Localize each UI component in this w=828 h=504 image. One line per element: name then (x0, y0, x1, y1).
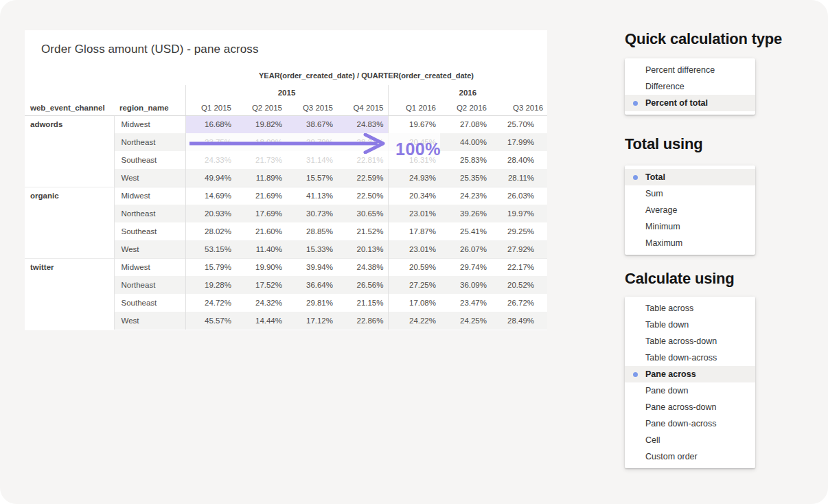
value-cell[interactable]: 24.83% (337, 115, 388, 133)
value-cell[interactable]: 20.59% (388, 258, 440, 276)
value-cell[interactable]: 29.74% (440, 258, 491, 276)
column-header-web-event-channel[interactable]: web_event_channel (25, 100, 114, 115)
value-cell[interactable]: 25.70% (491, 115, 547, 133)
value-cell[interactable]: 17.69% (235, 205, 286, 222)
menu-item-percent-difference[interactable]: Percent difference (625, 62, 755, 78)
quarter-header-q3-2016[interactable]: Q3 2016 (491, 100, 547, 115)
value-cell[interactable]: 53.15% (185, 240, 235, 258)
menu-item-percent-of-total[interactable]: Percent of total (625, 95, 755, 111)
menu-item-table-down-across[interactable]: Table down-across (625, 350, 755, 366)
value-cell[interactable]: 38.67% (286, 115, 337, 133)
value-cell[interactable]: 30.73% (286, 205, 337, 222)
quarter-header-q1-2016[interactable]: Q1 2016 (388, 100, 440, 115)
value-cell[interactable]: 26.56% (337, 276, 388, 294)
value-cell[interactable]: 26.07% (440, 240, 491, 258)
menu-item-pane-down-across[interactable]: Pane down-across (625, 415, 755, 432)
value-cell[interactable]: 21.15% (337, 294, 388, 312)
region-cell-west[interactable]: West (114, 169, 185, 187)
value-cell[interactable]: 25.35% (440, 169, 491, 187)
value-cell[interactable]: 28.49% (491, 312, 547, 330)
value-cell[interactable]: 28.02% (185, 222, 235, 240)
value-cell[interactable]: 27.92% (491, 240, 547, 258)
value-cell[interactable]: 19.90% (235, 258, 286, 276)
region-cell-southeast[interactable]: Southeast (114, 222, 185, 240)
quarter-header-q4-2015[interactable]: Q4 2015 (337, 100, 388, 115)
value-cell[interactable]: 24.33% (185, 151, 235, 169)
menu-item-custom-order[interactable]: Custom order (625, 448, 755, 465)
value-cell[interactable]: 28.40% (491, 151, 547, 169)
value-cell[interactable]: 19.28% (185, 276, 235, 294)
value-cell[interactable]: 20.34% (388, 187, 440, 205)
menu-item-average[interactable]: Average (625, 202, 755, 218)
menu-item-difference[interactable]: Difference (625, 78, 755, 95)
value-cell[interactable]: 31.14% (286, 151, 337, 169)
value-cell[interactable]: 22.81% (337, 151, 388, 169)
value-cell[interactable]: 24.72% (185, 294, 235, 312)
value-cell[interactable]: 14.44% (235, 312, 286, 330)
menu-item-pane-down[interactable]: Pane down (625, 382, 755, 399)
value-cell[interactable]: 19.67% (388, 115, 440, 133)
menu-item-total[interactable]: Total (625, 169, 755, 185)
value-cell[interactable]: 26.72% (491, 294, 547, 312)
quarter-header-q1-2015[interactable]: Q1 2015 (185, 100, 235, 115)
value-cell[interactable]: 39.26% (440, 205, 491, 222)
value-cell[interactable]: 17.87% (388, 222, 440, 240)
value-cell[interactable]: 16.31% (388, 151, 440, 169)
quarter-header-q3-2015[interactable]: Q3 2015 (286, 100, 337, 115)
value-cell[interactable]: 15.79% (185, 258, 235, 276)
menu-item-pane-across[interactable]: Pane across (625, 366, 755, 382)
value-cell[interactable]: 19.97% (491, 205, 547, 222)
menu-item-table-down[interactable]: Table down (625, 317, 755, 333)
menu-item-pane-across-down[interactable]: Pane across-down (625, 399, 755, 415)
value-cell[interactable]: 23.75% (185, 133, 235, 151)
quarter-header-q2-2016[interactable]: Q2 2016 (440, 100, 491, 115)
quarter-header-q2-2015[interactable]: Q2 2015 (235, 100, 286, 115)
value-cell[interactable]: 20.13% (337, 240, 388, 258)
region-cell-northeast[interactable]: Northeast (114, 133, 185, 151)
value-cell[interactable]: 21.60% (235, 222, 286, 240)
channel-cell-adwords[interactable]: adwords (25, 115, 114, 187)
value-cell[interactable]: 17.08% (388, 294, 440, 312)
value-cell[interactable]: 21.52% (337, 222, 388, 240)
value-cell[interactable]: 49.94% (185, 169, 235, 187)
value-cell[interactable]: 22.59% (337, 169, 388, 187)
value-cell[interactable]: 24.25% (440, 312, 491, 330)
region-cell-southeast[interactable]: Southeast (114, 151, 185, 169)
value-cell[interactable]: 11.89% (235, 169, 286, 187)
region-cell-west[interactable]: West (114, 312, 185, 330)
value-cell[interactable]: 27.08% (440, 115, 491, 133)
value-cell[interactable]: 24.32% (235, 294, 286, 312)
value-cell[interactable]: 11.40% (235, 240, 286, 258)
region-cell-midwest[interactable]: Midwest (114, 258, 185, 276)
menu-item-cell[interactable]: Cell (625, 432, 755, 448)
value-cell[interactable]: 23.47% (440, 294, 491, 312)
value-cell[interactable]: 26.03% (491, 187, 547, 205)
column-header-region-name[interactable]: region_name (114, 100, 185, 115)
value-cell[interactable]: 28.11% (491, 169, 547, 187)
region-cell-west[interactable]: West (114, 240, 185, 258)
value-cell[interactable]: 27.25% (388, 276, 440, 294)
value-cell[interactable]: 21.73% (235, 151, 286, 169)
value-cell[interactable]: 30.65% (337, 205, 388, 222)
value-cell[interactable]: 17.12% (286, 312, 337, 330)
value-cell[interactable]: 14.69% (185, 187, 235, 205)
value-cell[interactable]: 29.79% (286, 133, 337, 151)
value-cell[interactable]: 24.23% (440, 187, 491, 205)
value-cell[interactable]: 36.09% (440, 276, 491, 294)
value-cell[interactable]: 21.69% (235, 187, 286, 205)
value-cell[interactable]: 17.52% (235, 276, 286, 294)
value-cell[interactable]: 44.00% (440, 133, 491, 151)
menu-item-table-across[interactable]: Table across (625, 300, 755, 317)
channel-cell-twitter[interactable]: twitter (25, 258, 114, 330)
value-cell[interactable]: 36.64% (286, 276, 337, 294)
region-cell-northeast[interactable]: Northeast (114, 276, 185, 294)
value-cell[interactable]: 25.41% (440, 222, 491, 240)
value-cell[interactable]: 45.57% (185, 312, 235, 330)
menu-item-sum[interactable]: Sum (625, 185, 755, 202)
value-cell[interactable]: 24.93% (388, 169, 440, 187)
value-cell[interactable]: 29.81% (286, 294, 337, 312)
menu-item-maximum[interactable]: Maximum (625, 235, 755, 251)
value-cell[interactable]: 29.25% (491, 222, 547, 240)
value-cell[interactable]: 20.93% (185, 205, 235, 222)
menu-item-table-across-down[interactable]: Table across-down (625, 333, 755, 350)
